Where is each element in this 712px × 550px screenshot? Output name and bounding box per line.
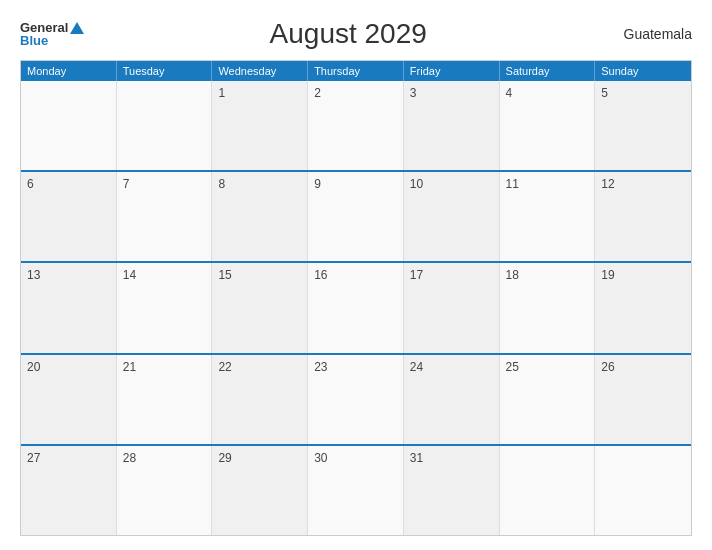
calendar-page: General Blue August 2029 Guatemala Monda… <box>0 0 712 550</box>
table-row: 1 <box>212 81 308 170</box>
col-wednesday: Wednesday <box>212 61 308 81</box>
table-row: 23 <box>308 355 404 444</box>
logo-blue-text: Blue <box>20 34 48 47</box>
table-row: 6 <box>21 172 117 261</box>
col-friday: Friday <box>404 61 500 81</box>
table-row <box>117 81 213 170</box>
table-row: 8 <box>212 172 308 261</box>
table-row: 9 <box>308 172 404 261</box>
table-row: 31 <box>404 446 500 535</box>
table-row: 13 <box>21 263 117 352</box>
table-row: 4 <box>500 81 596 170</box>
table-row: 5 <box>595 81 691 170</box>
table-row: 27 <box>21 446 117 535</box>
table-row: 15 <box>212 263 308 352</box>
table-row: 14 <box>117 263 213 352</box>
logo-triangle-icon <box>70 22 84 34</box>
week-row: 12345 <box>21 81 691 170</box>
col-saturday: Saturday <box>500 61 596 81</box>
table-row: 10 <box>404 172 500 261</box>
table-row: 21 <box>117 355 213 444</box>
table-row: 2 <box>308 81 404 170</box>
calendar-grid: Monday Tuesday Wednesday Thursday Friday… <box>20 60 692 536</box>
table-row: 26 <box>595 355 691 444</box>
country-label: Guatemala <box>612 26 692 42</box>
table-row <box>595 446 691 535</box>
table-row: 12 <box>595 172 691 261</box>
col-thursday: Thursday <box>308 61 404 81</box>
table-row: 11 <box>500 172 596 261</box>
week-row: 20212223242526 <box>21 353 691 444</box>
week-row: 13141516171819 <box>21 261 691 352</box>
table-row: 7 <box>117 172 213 261</box>
col-tuesday: Tuesday <box>117 61 213 81</box>
calendar-header: Monday Tuesday Wednesday Thursday Friday… <box>21 61 691 81</box>
table-row: 3 <box>404 81 500 170</box>
table-row: 19 <box>595 263 691 352</box>
page-header: General Blue August 2029 Guatemala <box>20 18 692 50</box>
col-sunday: Sunday <box>595 61 691 81</box>
logo: General Blue <box>20 21 84 47</box>
table-row: 29 <box>212 446 308 535</box>
col-monday: Monday <box>21 61 117 81</box>
table-row: 28 <box>117 446 213 535</box>
table-row: 24 <box>404 355 500 444</box>
table-row: 17 <box>404 263 500 352</box>
week-row: 6789101112 <box>21 170 691 261</box>
table-row <box>21 81 117 170</box>
table-row: 22 <box>212 355 308 444</box>
page-title: August 2029 <box>84 18 612 50</box>
table-row: 18 <box>500 263 596 352</box>
table-row: 16 <box>308 263 404 352</box>
table-row: 20 <box>21 355 117 444</box>
table-row: 25 <box>500 355 596 444</box>
table-row <box>500 446 596 535</box>
calendar-body: 1234567891011121314151617181920212223242… <box>21 81 691 535</box>
table-row: 30 <box>308 446 404 535</box>
week-row: 2728293031 <box>21 444 691 535</box>
